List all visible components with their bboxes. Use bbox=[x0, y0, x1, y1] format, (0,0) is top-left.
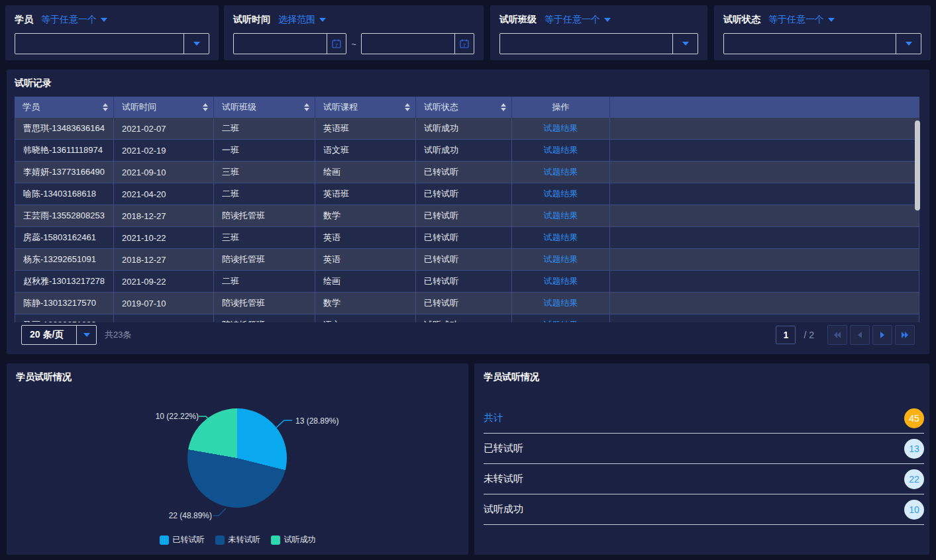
exam-result-link[interactable]: 试题结果 bbox=[544, 297, 578, 309]
table-cell-filler bbox=[610, 183, 919, 205]
filter-status-operator[interactable]: 等于任意一个 bbox=[768, 14, 835, 26]
page-size-select[interactable]: 20 条/页 bbox=[21, 325, 97, 345]
student-select-dropdown-button[interactable] bbox=[183, 34, 209, 54]
sort-icon[interactable] bbox=[501, 103, 506, 111]
sort-ascending-icon[interactable] bbox=[304, 103, 309, 107]
class-select-value[interactable] bbox=[500, 34, 672, 54]
stats-count-badge: 10 bbox=[904, 500, 924, 520]
column-header-4[interactable]: 试听状态 bbox=[416, 97, 512, 118]
legend-label: 试听成功 bbox=[284, 534, 316, 545]
exam-result-link[interactable]: 试题结果 bbox=[544, 232, 578, 244]
last-page-button[interactable] bbox=[895, 325, 915, 345]
table-cell: 一班 bbox=[214, 140, 315, 162]
pie-chart[interactable] bbox=[187, 408, 287, 508]
legend-label: 未转试听 bbox=[229, 534, 260, 545]
table-cell: 陪读托管班 bbox=[214, 314, 315, 322]
legend-item-1[interactable]: 未转试听 bbox=[215, 534, 260, 545]
date-end-value[interactable] bbox=[362, 34, 454, 54]
table-cell-filler bbox=[610, 162, 919, 183]
table-cell: 绘画 bbox=[315, 271, 416, 293]
student-select-value[interactable] bbox=[15, 34, 183, 54]
date-end-picker-button[interactable]: 7 bbox=[454, 34, 474, 54]
filter-class-operator[interactable]: 等于任意一个 bbox=[545, 14, 611, 26]
table-cell: 已转试听 bbox=[416, 227, 512, 249]
sort-icon[interactable] bbox=[304, 103, 309, 111]
next-page-button[interactable] bbox=[872, 325, 892, 345]
exam-result-link[interactable]: 试题结果 bbox=[544, 210, 578, 222]
table-cell-actions: 试题结果 bbox=[512, 162, 610, 183]
exam-result-link[interactable]: 试题结果 bbox=[544, 319, 578, 322]
student-select[interactable] bbox=[15, 33, 209, 54]
sort-icon[interactable] bbox=[203, 103, 208, 111]
table-cell: 2021-10-22 bbox=[114, 227, 214, 249]
legend-item-2[interactable]: 试听成功 bbox=[271, 534, 316, 545]
filter-time-operator[interactable]: 选择范围 bbox=[278, 14, 326, 26]
filter-student-operator[interactable]: 等于任意一个 bbox=[41, 14, 107, 26]
sort-icon[interactable] bbox=[103, 103, 108, 111]
sort-ascending-icon[interactable] bbox=[501, 103, 506, 107]
sort-icon[interactable] bbox=[405, 103, 410, 111]
sort-ascending-icon[interactable] bbox=[405, 103, 410, 107]
previous-page-button[interactable] bbox=[850, 325, 870, 345]
status-select-value[interactable] bbox=[724, 34, 896, 54]
table-cell: 语文班 bbox=[315, 140, 416, 162]
chevron-down-icon bbox=[682, 42, 689, 46]
legend-item-0[interactable]: 已转试听 bbox=[160, 534, 205, 545]
column-header-label: 试听时间 bbox=[122, 101, 156, 113]
column-header-3[interactable]: 试听课程 bbox=[315, 97, 416, 118]
sort-descending-icon[interactable] bbox=[103, 108, 108, 111]
filter-time-label: 试听时间 bbox=[233, 14, 270, 26]
page-number-input[interactable]: 1 bbox=[776, 326, 796, 344]
date-start-input[interactable]: 7 bbox=[233, 33, 346, 54]
first-page-button[interactable] bbox=[827, 325, 847, 345]
date-end-input[interactable]: 7 bbox=[361, 33, 474, 54]
sort-descending-icon[interactable] bbox=[405, 108, 410, 111]
double-chevron-right-icon bbox=[900, 330, 910, 340]
table-cell: 房蕊-15803162461 bbox=[15, 227, 114, 249]
date-start-value[interactable] bbox=[234, 34, 327, 54]
filter-card-class: 试听班级 等于任意一个 bbox=[490, 5, 707, 60]
legend-swatch bbox=[160, 536, 169, 545]
svg-text:7: 7 bbox=[463, 42, 466, 48]
sort-ascending-icon[interactable] bbox=[203, 103, 208, 107]
status-select-dropdown-button[interactable] bbox=[896, 34, 921, 54]
exam-result-link[interactable]: 试题结果 bbox=[544, 254, 578, 265]
exam-result-link[interactable]: 试题结果 bbox=[544, 144, 578, 156]
chevron-down-icon bbox=[604, 18, 611, 22]
page-size-dropdown-button[interactable] bbox=[76, 326, 96, 344]
table-cell: 2021-02-07 bbox=[114, 118, 214, 140]
table-cell-filler bbox=[610, 205, 919, 227]
table-cell: 陪读托管班 bbox=[214, 249, 315, 271]
class-select-dropdown-button[interactable] bbox=[672, 34, 698, 54]
sort-ascending-icon[interactable] bbox=[103, 103, 108, 107]
column-header-1[interactable]: 试听时间 bbox=[114, 97, 214, 118]
stats-row-label[interactable]: 共计 bbox=[484, 412, 503, 424]
sort-descending-icon[interactable] bbox=[501, 108, 506, 111]
table-scrollbar-thumb[interactable] bbox=[915, 120, 920, 210]
table-cell: 2021-04-20 bbox=[114, 183, 214, 205]
chevron-down-icon bbox=[101, 18, 107, 22]
exam-result-link[interactable]: 试题结果 bbox=[544, 275, 578, 287]
exam-result-link[interactable]: 试题结果 bbox=[544, 122, 578, 134]
table-cell-filler bbox=[610, 271, 919, 293]
table-cell: 2018-12-27 bbox=[114, 249, 214, 271]
sort-descending-icon[interactable] bbox=[203, 108, 208, 111]
table-cell: 英语 bbox=[315, 249, 416, 271]
sort-descending-icon[interactable] bbox=[304, 108, 309, 111]
exam-result-link[interactable]: 试题结果 bbox=[544, 166, 578, 178]
table-cell: 二班 bbox=[214, 271, 315, 293]
table-cell-filler bbox=[610, 118, 919, 140]
table-cell-filler bbox=[610, 140, 919, 162]
column-header-0[interactable]: 学员 bbox=[15, 97, 114, 118]
class-select[interactable] bbox=[499, 33, 698, 54]
status-select[interactable] bbox=[723, 33, 921, 54]
legend-label: 已转试听 bbox=[173, 534, 205, 545]
filter-class-operator-text: 等于任意一个 bbox=[545, 14, 600, 26]
filter-student-label: 学员 bbox=[15, 14, 33, 26]
date-start-picker-button[interactable]: 7 bbox=[327, 34, 346, 54]
page-size-value[interactable]: 20 条/页 bbox=[22, 326, 76, 344]
column-header-5[interactable]: 操作 bbox=[512, 97, 610, 118]
exam-result-link[interactable]: 试题结果 bbox=[544, 188, 578, 200]
calendar-icon: 7 bbox=[331, 38, 342, 49]
column-header-2[interactable]: 试听班级 bbox=[214, 97, 315, 118]
